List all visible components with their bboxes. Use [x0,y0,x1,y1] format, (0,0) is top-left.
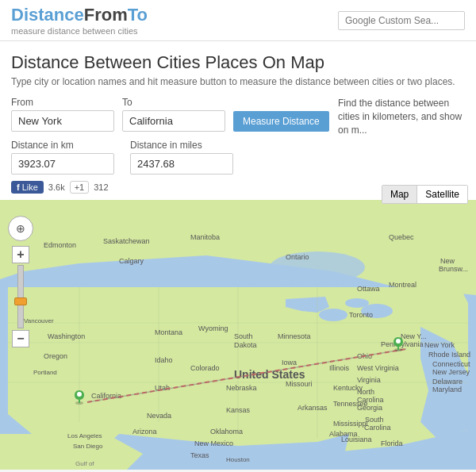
svg-text:South: South [365,416,384,424]
svg-text:Minnesota: Minnesota [278,332,311,340]
satellite-button[interactable]: Satellite [417,186,467,203]
svg-point-79 [77,392,82,397]
svg-text:Carolina: Carolina [364,424,391,432]
svg-text:Maryland: Maryland [432,386,462,393]
zoom-slider[interactable] [17,265,24,328]
svg-point-2 [222,266,286,285]
map-button[interactable]: Map [382,186,416,203]
svg-text:Gulf of: Gulf of [75,460,94,467]
dist-km-input[interactable] [11,153,114,175]
page-subtitle: Type city or location names and hit meas… [11,76,465,87]
logo-to-text: To [128,5,148,25]
svg-text:Nebraska: Nebraska [226,384,257,392]
dist-miles-input[interactable] [130,153,233,175]
fb-icon: f [17,182,20,192]
zoom-in-button[interactable]: + [12,246,29,263]
svg-text:Texas: Texas [190,451,209,459]
svg-point-3 [319,309,347,321]
svg-text:Alabama: Alabama [329,430,358,438]
svg-text:Calgary: Calgary [119,257,144,265]
svg-text:Oregon: Oregon [44,352,67,360]
svg-text:Illinois: Illinois [329,364,350,372]
svg-text:New Y...: New Y... [401,332,427,340]
svg-text:West Virginia: West Virginia [357,364,399,372]
zoom-controls: ⊕ + − [8,216,33,347]
svg-text:Brunsw...: Brunsw... [439,265,468,273]
zoom-handle[interactable] [14,297,27,305]
svg-text:New Mexico: New Mexico [194,439,233,447]
svg-point-81 [396,339,401,343]
right-panel: Find the distance between cities in kilo… [338,97,465,136]
to-label: To [122,97,225,108]
svg-text:Toronto: Toronto [349,311,373,319]
svg-text:Carolina: Carolina [357,396,384,404]
svg-text:Colorado: Colorado [190,364,220,372]
svg-text:Idaho: Idaho [155,356,173,364]
svg-text:Rhode Island: Rhode Island [428,351,470,359]
svg-text:North: North [357,388,374,396]
svg-text:Mississippi: Mississippi [333,420,368,428]
svg-text:United States: United States [234,368,305,381]
svg-text:Nevada: Nevada [147,412,171,420]
svg-text:Ontario: Ontario [286,253,309,261]
svg-text:Missouri: Missouri [286,380,313,388]
map-svg: Washington Oregon Montana Idaho Utah Nev… [0,200,476,470]
logo: DistanceFromTo [11,5,148,25]
to-field-group: To [122,97,225,132]
svg-text:Montana: Montana [155,328,182,336]
google-plus-button[interactable]: +1 [70,181,90,194]
social-row: f Like 3.6k +1 312 [11,181,329,194]
from-field-group: From [11,97,114,132]
svg-text:Arizona: Arizona [132,428,157,436]
svg-text:Montreal: Montreal [389,281,416,289]
logo-area: DistanceFromTo measure distance between … [11,5,148,36]
svg-text:Houston: Houston [226,456,250,463]
logo-tagline: measure distance between cities [11,26,148,36]
facebook-like-button[interactable]: f Like [11,181,44,194]
svg-text:Oklahoma: Oklahoma [210,428,243,436]
svg-text:Los Angeles: Los Angeles [67,432,102,439]
measure-distance-button[interactable]: Measure Distance [233,111,329,132]
logo-from-text: From [84,5,128,25]
right-panel-text: Find the distance between cities in kilo… [338,98,462,136]
page-title: Distance Between Cities Places On Map [11,52,465,73]
svg-text:Edmonton: Edmonton [44,241,76,249]
svg-text:Iowa: Iowa [282,359,297,366]
svg-text:Portland: Portland [33,369,57,376]
gplus-label: +1 [75,182,85,192]
svg-text:Virginia: Virginia [357,376,381,384]
gplus-count: 312 [94,182,108,192]
like-count: 3.6k [48,182,65,192]
map-satellite-toggle: Map Satellite [382,185,468,204]
svg-text:New Jersey: New Jersey [432,368,470,376]
svg-text:California: California [70,468,97,470]
svg-point-1 [270,251,365,283]
dist-km-group: Distance in km [11,140,114,175]
dist-km-label: Distance in km [11,140,114,151]
search-input[interactable] [338,11,465,30]
svg-text:Wyoming: Wyoming [198,324,228,332]
svg-text:Manitoba: Manitoba [190,233,220,241]
main-content: Distance Between Cities Places On Map Ty… [0,41,476,200]
svg-text:Kansas: Kansas [226,406,251,414]
header: DistanceFromTo measure distance between … [0,0,476,41]
svg-text:New York: New York [424,341,455,349]
svg-text:Delaware: Delaware [432,378,463,386]
svg-text:Florida: Florida [381,439,403,447]
svg-text:Saskatchewan: Saskatchewan [103,237,150,245]
dist-miles-label: Distance in miles [130,140,233,151]
svg-text:Connecticut: Connecticut [432,360,470,368]
to-input[interactable] [122,110,225,132]
pan-control[interactable]: ⊕ [8,216,33,241]
like-label: Like [22,182,38,192]
from-input[interactable] [11,110,114,132]
from-label: From [11,97,114,108]
svg-text:Arkansas: Arkansas [298,404,328,412]
zoom-out-button[interactable]: − [12,330,29,347]
distances-row: Distance in km Distance in miles [11,140,329,175]
svg-text:San Diego: San Diego [73,443,103,450]
map-container[interactable]: Washington Oregon Montana Idaho Utah Nev… [0,200,476,470]
logo-distance-text: Distance [11,5,84,25]
svg-text:Ottawa: Ottawa [357,285,380,293]
form-area: From To Measure Distance [11,97,329,132]
